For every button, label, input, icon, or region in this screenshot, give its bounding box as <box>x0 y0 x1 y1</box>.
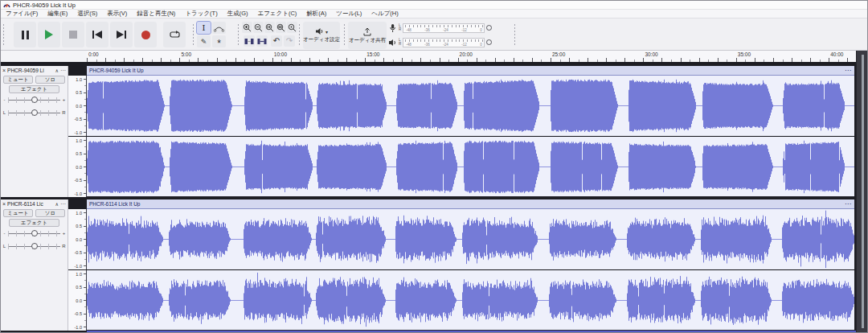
audio-clip[interactable]: PHCR-94059 Lick It Up ⋯ <box>87 66 854 197</box>
mute-button[interactable]: ミュート <box>3 76 33 84</box>
timeline-label: 20:00 <box>460 51 473 57</box>
toolbar-grip[interactable] <box>298 23 301 46</box>
toolbar-grip[interactable] <box>343 23 346 46</box>
scale-label: 0.0 <box>76 104 82 109</box>
share-audio-button[interactable]: オーディオ共有 <box>348 22 387 49</box>
solo-button[interactable]: ソロ <box>35 76 65 84</box>
timeline-ruler[interactable]: 0:005:0010:0015:0020:0025:0030:0035:0040… <box>87 51 856 62</box>
speaker-icon <box>388 39 397 47</box>
menu-item-1[interactable]: 編集(E) <box>43 10 72 18</box>
draw-tool-button[interactable]: ✎ <box>197 35 211 47</box>
microphone-icon <box>388 23 397 33</box>
multi-tool-button[interactable]: * <box>212 35 226 47</box>
vertical-scrollbar[interactable] <box>856 51 868 333</box>
clip-header[interactable]: PHCR-94059 Lick It Up ⋯ <box>87 66 854 76</box>
ruler-bar: 0:005:0010:0015:0020:0025:0030:0035:0040… <box>1 51 856 62</box>
playback-meter[interactable]: LR -48-36-24-120 <box>388 36 509 48</box>
collapse-track-icon[interactable]: ∧ <box>55 68 59 73</box>
zoom-toggle-button[interactable] <box>287 22 297 33</box>
silence-audio-button[interactable] <box>256 35 268 47</box>
collapse-track-icon[interactable]: ∧ <box>55 201 59 207</box>
track-menu-button[interactable]: ⋯ <box>60 68 66 73</box>
toolbar-grip[interactable] <box>514 23 517 46</box>
scale-label: -0.5 <box>75 250 82 255</box>
play-button[interactable] <box>38 22 60 47</box>
clip-title: PHCR-94059 Lick It Up <box>87 68 845 73</box>
menu-item-2[interactable]: 選択(S) <box>72 10 102 18</box>
close-track-button[interactable]: × <box>2 201 6 208</box>
menu-item-10[interactable]: ヘルプ(H) <box>366 10 403 18</box>
toolbar-grip[interactable] <box>192 23 195 46</box>
record-button[interactable] <box>134 22 157 47</box>
menu-item-3[interactable]: 表示(V) <box>102 10 132 18</box>
scrollbar-thumb[interactable] <box>862 55 864 328</box>
clip-menu-button[interactable]: ⋯ <box>845 202 854 207</box>
pause-icon <box>22 31 29 39</box>
gain-slider[interactable]: - + <box>2 96 66 104</box>
menu-item-9[interactable]: ツール(L) <box>331 10 366 18</box>
track-menu-button[interactable]: ⋯ <box>60 202 66 207</box>
fit-project-button[interactable] <box>276 22 286 33</box>
envelope-tool-button[interactable] <box>212 22 226 34</box>
waveform-right-channel[interactable] <box>87 137 854 197</box>
zoom-in-button[interactable] <box>242 22 252 33</box>
upload-icon <box>362 27 372 36</box>
skip-to-start-button[interactable] <box>86 22 108 47</box>
audacity-window: PHCR-94059 Lick It Up ファイル(F)編集(E)選択(S)表… <box>0 0 868 333</box>
pan-slider-thumb[interactable] <box>31 243 38 249</box>
loop-icon <box>169 30 181 39</box>
waveform-left-channel[interactable] <box>87 76 854 136</box>
close-track-button[interactable]: × <box>2 68 6 74</box>
recording-volume-slider[interactable] <box>486 25 492 31</box>
clip-menu-button[interactable]: ⋯ <box>845 68 854 73</box>
scale-label: 1.0 <box>76 138 82 143</box>
gain-slider-thumb[interactable] <box>31 97 38 103</box>
solo-button[interactable]: ソロ <box>35 209 65 217</box>
pan-slider[interactable]: L R <box>2 109 66 117</box>
mute-button[interactable]: ミュート <box>3 209 33 217</box>
effects-button[interactable]: エフェクト <box>9 219 59 227</box>
zoom-out-button[interactable] <box>253 22 264 33</box>
pan-slider-thumb[interactable] <box>31 109 38 116</box>
playback-volume-slider[interactable] <box>486 39 492 45</box>
zoom-to-selection-button[interactable] <box>264 22 275 33</box>
stop-button[interactable] <box>62 22 84 47</box>
undo-button[interactable]: ↶ <box>271 35 282 47</box>
redo-button[interactable]: ↷ <box>284 35 295 47</box>
audio-setup-button[interactable]: ▾ オーディオ設定 <box>303 22 340 49</box>
effects-button[interactable]: エフェクト <box>9 85 59 93</box>
menu-item-8[interactable]: 解析(A) <box>301 10 331 18</box>
pan-slider[interactable]: L R <box>2 242 66 250</box>
toolbar-grip[interactable] <box>237 23 240 46</box>
trim-audio-icon <box>244 38 254 45</box>
menu-item-0[interactable]: ファイル(F) <box>1 10 43 18</box>
scale-label: -1.0 <box>75 130 82 135</box>
waveform-right-channel[interactable] <box>87 270 854 331</box>
trim-audio-button[interactable] <box>244 35 255 47</box>
audio-clip[interactable]: PHCR-6114 Lick It Up ⋯ <box>87 199 854 331</box>
menu-item-5[interactable]: トラック(T) <box>180 10 222 18</box>
menu-item-7[interactable]: エフェクト(C) <box>253 10 302 18</box>
vertical-scale-ruler[interactable]: 1.00.50.0-0.5-1.0 <box>68 209 87 269</box>
skip-to-end-button[interactable] <box>110 22 133 47</box>
menu-item-4[interactable]: 録音と再生(N) <box>132 10 180 18</box>
pause-button[interactable] <box>14 22 36 47</box>
gain-slider-thumb[interactable] <box>31 230 38 236</box>
track-1-name[interactable]: PHCR-94059 Li <box>7 68 54 73</box>
scale-label: 0.5 <box>76 90 82 95</box>
track-2-name[interactable]: PHCR-6114 Lic <box>7 201 54 207</box>
gain-slider[interactable]: - + <box>2 229 66 237</box>
timeline-label: 25:00 <box>552 51 565 57</box>
selection-tool-button[interactable]: I <box>197 22 211 34</box>
loop-button[interactable] <box>163 22 186 47</box>
vertical-scale-ruler[interactable]: 1.00.50.0-0.5-1.0 <box>68 137 87 197</box>
scale-label: 1.0 <box>76 272 82 277</box>
clip-header[interactable]: PHCR-6114 Lick It Up ⋯ <box>87 199 854 209</box>
vertical-scale-ruler[interactable]: 1.00.50.0-0.5-1.0 <box>68 76 87 136</box>
menu-item-6[interactable]: 生成(G) <box>223 10 253 18</box>
waveform-left-channel[interactable] <box>87 209 854 269</box>
gain-max-label: + <box>62 231 66 236</box>
vertical-scale-ruler[interactable]: 1.00.50.0-0.5-1.0 <box>68 270 87 331</box>
recording-meter[interactable]: LR -48-36-24-120 <box>388 22 509 34</box>
toolbar-grip[interactable] <box>2 23 6 46</box>
